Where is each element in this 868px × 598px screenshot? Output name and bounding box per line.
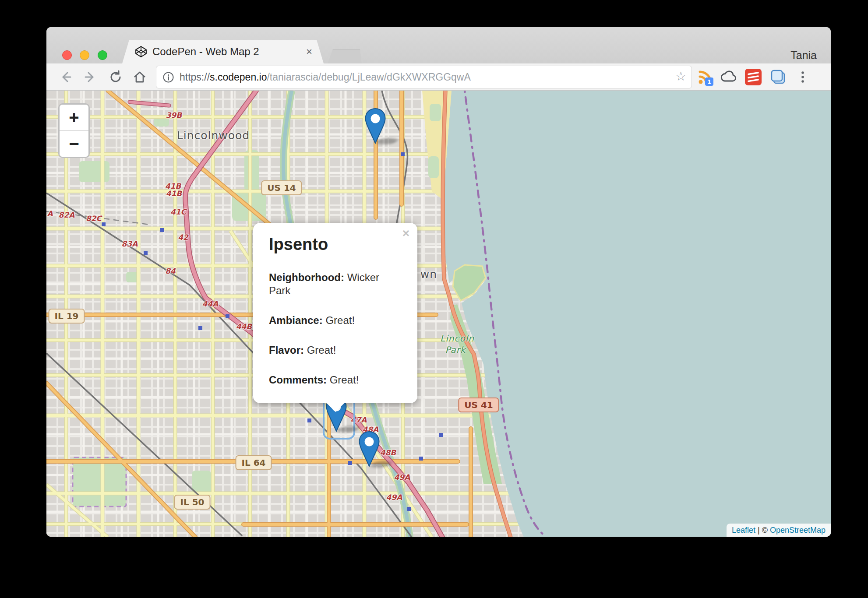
route-exit-label: 84 [165, 267, 176, 275]
window-close-button[interactable] [62, 50, 72, 60]
tab-bar: CodePen - Web Map 2 × Tania [46, 27, 831, 63]
route-exit-label: A [47, 209, 53, 218]
place-label-partial: wn [420, 268, 437, 281]
zoom-control: + − [58, 103, 90, 158]
route-shield-us41: US 41 [458, 397, 499, 412]
route-exit-label: 41C [170, 208, 186, 216]
route-exit-label: 82C [86, 214, 102, 223]
url-path: /taniarascia/debug/LjLeaw/dGkXWXRGGqwA [267, 71, 470, 83]
rss-extension-icon[interactable]: 1 [696, 68, 715, 86]
menu-dots-icon[interactable] [794, 68, 812, 86]
window-minimize-button[interactable] [80, 50, 89, 60]
forward-button[interactable] [82, 69, 99, 85]
place-label-lincoln: Lincoln [440, 333, 474, 344]
route-exit-label: 82A [59, 211, 75, 219]
tab-title: CodePen - Web Map 2 [152, 46, 259, 58]
map-popup: × Ipsento Neighborhood: Wicker Park Ambi… [253, 223, 417, 403]
route-shield-us14: US 14 [261, 180, 302, 195]
cloud-extension-icon[interactable] [720, 68, 738, 86]
tab-codepen[interactable]: CodePen - Web Map 2 × [122, 40, 324, 63]
route-shield-il64: IL 64 [236, 455, 272, 470]
page-info-icon[interactable] [162, 71, 174, 83]
bookmark-star-icon[interactable]: ☆ [675, 69, 686, 84]
popup-close-icon[interactable]: × [402, 227, 409, 239]
map-marker-south[interactable] [358, 431, 380, 467]
url-scheme: https:// [180, 71, 210, 83]
map-attribution: Leaflet | © OpenStreetMap [727, 524, 831, 537]
place-label-lincolnwood: Lincolnwood [177, 129, 250, 142]
popup-field: Ambiance: Great! [269, 314, 402, 327]
route-exit-label: 44B [236, 322, 252, 331]
popup-field: Flavor: Great! [269, 344, 402, 357]
route-exit-label: 49A [386, 493, 402, 502]
zoom-out-button[interactable]: − [60, 130, 88, 157]
url-text: https://s.codepen.io/taniarascia/debug/L… [180, 71, 471, 83]
back-button[interactable] [57, 69, 74, 85]
map-canvas[interactable]: Lincolnwood wn Lincoln Park 39B 41B 41B … [46, 91, 831, 537]
route-exit-label: 44A [202, 299, 219, 308]
route-shield-il50: IL 50 [174, 495, 211, 510]
rss-badge-count: 1 [707, 78, 712, 85]
screen: CodePen - Web Map 2 × Tania [0, 0, 868, 598]
route-exit-label: 83A [122, 239, 138, 248]
route-exit-label: 39B [166, 111, 182, 120]
route-exit-label: 41B [166, 189, 182, 198]
map-tiles [46, 91, 831, 537]
popup-field: Comments: Great! [269, 373, 402, 387]
zoom-in-button[interactable]: + [60, 105, 88, 130]
address-bar[interactable]: https://s.codepen.io/taniarascia/debug/L… [156, 66, 692, 88]
map-marker-north[interactable] [364, 108, 386, 144]
route-exit-label: 42 [178, 233, 188, 242]
place-label-park: Park [445, 345, 466, 355]
popup-field: Neighborhood: Wicker Park [269, 271, 402, 297]
popup-title: Ipsento [269, 234, 402, 254]
popup-tail [326, 402, 345, 412]
osm-link[interactable]: OpenStreetMap [770, 526, 826, 535]
new-tab-button[interactable] [328, 49, 362, 64]
url-domain: s.codepen.io [210, 71, 267, 83]
profile-name[interactable]: Tania [790, 49, 817, 62]
route-shield-il19: IL 19 [49, 309, 85, 324]
popup-body: Ipsento Neighborhood: Wicker Park Ambian… [253, 223, 417, 403]
tab-close-icon[interactable]: × [306, 46, 312, 58]
todoist-extension-icon[interactable] [744, 68, 762, 86]
route-exit-label: 49A [394, 473, 410, 482]
leaflet-link[interactable]: Leaflet [732, 526, 755, 535]
home-button[interactable] [131, 69, 148, 85]
route-exit-label: 48B [380, 448, 396, 457]
browser-toolbar: https://s.codepen.io/taniarascia/debug/L… [46, 63, 831, 91]
refresh-button[interactable] [107, 69, 124, 85]
browser-window: CodePen - Web Map 2 × Tania [46, 27, 831, 537]
codepen-logo-icon [135, 46, 147, 57]
window-zoom-button[interactable] [98, 50, 107, 60]
tabs-extension-icon[interactable] [769, 68, 787, 86]
